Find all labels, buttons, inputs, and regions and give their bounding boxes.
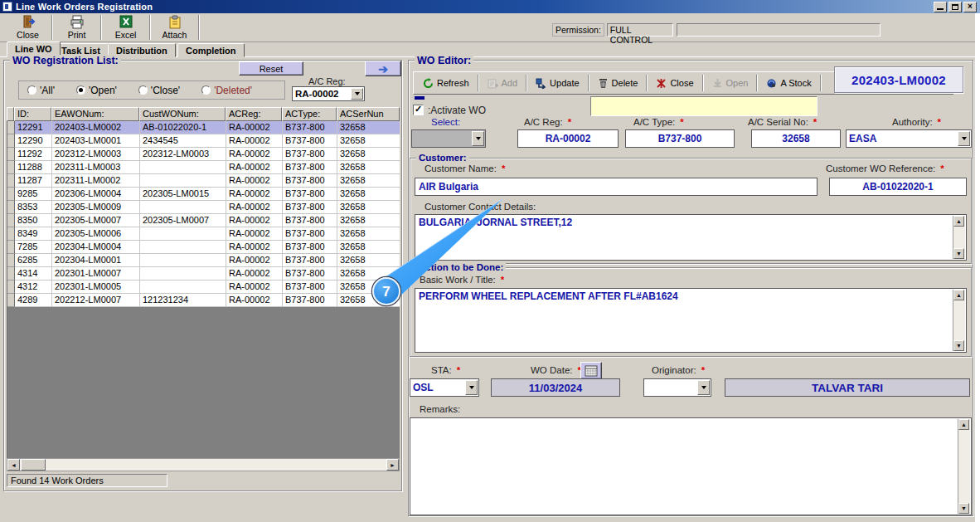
cell: RA-00002 bbox=[226, 148, 283, 161]
tab-completion[interactable]: Completion bbox=[177, 43, 245, 57]
row-selector[interactable] bbox=[7, 148, 15, 161]
calendar-button[interactable] bbox=[580, 362, 602, 379]
customer-contact-textarea[interactable]: BULGARIA, JORNAL STREET,12 ▲ ▼ bbox=[415, 214, 967, 261]
activate-wo-label: :Activate WO bbox=[428, 105, 486, 116]
filter-radio-all[interactable]: 'All' bbox=[27, 85, 55, 96]
sta-label: STA:* bbox=[431, 365, 460, 375]
highlight-field[interactable] bbox=[590, 96, 817, 116]
originator-dropdown-button[interactable] bbox=[697, 380, 710, 395]
next-arrow-button[interactable]: ➔ bbox=[365, 61, 401, 76]
column-header-id[interactable]: ID: bbox=[14, 107, 51, 121]
select-combo[interactable] bbox=[411, 129, 486, 148]
remarks-scrollbar[interactable]: ▲ ▼ bbox=[958, 419, 970, 514]
column-header-acsernum[interactable]: ACSerNun bbox=[337, 107, 400, 121]
open-wo-button[interactable]: Open bbox=[706, 76, 754, 90]
scroll-down-button[interactable]: ▼ bbox=[953, 248, 964, 259]
excel-button[interactable]: Excel bbox=[106, 15, 145, 41]
sta-combo[interactable]: OSL bbox=[410, 378, 479, 397]
column-header-eawonum[interactable]: EAWONum: bbox=[51, 107, 139, 121]
delete-button[interactable]: Delete bbox=[592, 76, 644, 90]
scroll-down-button[interactable]: ▼ bbox=[953, 340, 964, 351]
scroll-left-button[interactable]: ◄ bbox=[7, 459, 20, 471]
scroll-up-button[interactable]: ▲ bbox=[953, 216, 964, 227]
row-selector[interactable] bbox=[7, 267, 15, 281]
close-wo-button[interactable]: Close bbox=[650, 76, 699, 90]
scroll-up-button[interactable]: ▲ bbox=[958, 419, 969, 430]
authority-combo[interactable]: EASA bbox=[846, 129, 972, 148]
row-selector[interactable] bbox=[7, 201, 15, 214]
close-window-button[interactable]: × bbox=[963, 2, 977, 12]
row-selector[interactable] bbox=[7, 281, 15, 294]
filter-radio-deleted[interactable]: 'Deleted' bbox=[201, 85, 252, 96]
row-selector[interactable] bbox=[7, 254, 15, 267]
table-row[interactable]: 8353202305-LM0009RA-00002B737-80032658 bbox=[7, 201, 400, 214]
column-header-actype[interactable]: ACType: bbox=[282, 107, 337, 121]
add-button[interactable]: Add bbox=[482, 76, 524, 90]
table-row[interactable]: 12290202403-LM00012434545RA-00002B737-80… bbox=[7, 134, 400, 148]
row-selector[interactable] bbox=[7, 188, 15, 201]
ac-reg-dropdown-button[interactable] bbox=[351, 88, 363, 100]
row-selector[interactable] bbox=[7, 227, 15, 241]
scroll-right-button[interactable]: ► bbox=[386, 459, 399, 471]
a-stock-button[interactable]: A Stock bbox=[760, 76, 817, 90]
permission-extra-field bbox=[677, 23, 881, 37]
refresh-button[interactable]: Refresh bbox=[417, 76, 475, 90]
table-row[interactable]: 9285202306-LM0004202305-LM0015RA-00002B7… bbox=[7, 188, 400, 201]
row-selector[interactable] bbox=[7, 294, 15, 307]
ac-serial-field[interactable]: 32658 bbox=[751, 129, 841, 148]
table-row[interactable]: 4312202301-LM0005RA-00002B737-80032658 bbox=[7, 281, 400, 294]
sta-dropdown-button[interactable] bbox=[465, 380, 478, 395]
exit-door-icon bbox=[21, 15, 36, 29]
reset-button[interactable]: Reset bbox=[239, 61, 303, 76]
print-button[interactable]: Print bbox=[57, 15, 96, 41]
table-row[interactable]: 11292202312-LM0003202312-LM0003RA-00002B… bbox=[7, 148, 400, 161]
table-row[interactable]: 4289202212-LM0007121231234RA-00002B737-8… bbox=[7, 294, 400, 307]
ac-reg-filter-combo[interactable]: RA-00002 bbox=[292, 86, 365, 101]
table-row[interactable]: 8350202305-LM0007202305-LM0007RA-00002B7… bbox=[7, 214, 400, 227]
scroll-down-button[interactable]: ▼ bbox=[958, 503, 969, 514]
ac-type-field[interactable]: B737-800 bbox=[625, 129, 735, 148]
basic-work-textarea[interactable]: PERFORM WHEEL REPLACEMENT AFTER FL#AB162… bbox=[415, 288, 967, 353]
filter-radio-close[interactable]: 'Close' bbox=[138, 85, 180, 96]
row-selector[interactable] bbox=[7, 241, 15, 254]
table-row[interactable]: 12291202403-LM0002AB-01022020-1RA-00002B… bbox=[7, 121, 400, 134]
remarks-textarea[interactable]: ▲ ▼ bbox=[410, 417, 972, 515]
row-selector[interactable] bbox=[7, 214, 15, 227]
close-button[interactable]: Close bbox=[8, 15, 47, 41]
customer-name-field[interactable]: AIR Bulgaria bbox=[415, 178, 817, 196]
table-row[interactable]: 4314202301-LM0007RA-00002B737-80032658 bbox=[7, 267, 400, 281]
scroll-up-button[interactable]: ▲ bbox=[953, 290, 964, 300]
cell: 32658 bbox=[337, 121, 400, 134]
select-dropdown-button[interactable] bbox=[472, 131, 484, 146]
status-text: Found 14 Work Orders bbox=[7, 474, 167, 487]
left-arrow-icon: ◄ bbox=[11, 462, 17, 468]
table-horizontal-scrollbar[interactable]: ◄ ► bbox=[7, 458, 400, 471]
attach-button[interactable]: Attach bbox=[155, 15, 194, 41]
column-header-acreg[interactable]: ACReg: bbox=[226, 107, 282, 121]
close-button-label: Close bbox=[17, 30, 39, 40]
originator-combo[interactable] bbox=[643, 378, 711, 397]
row-selector[interactable] bbox=[7, 161, 15, 174]
row-selector[interactable] bbox=[7, 134, 15, 148]
ac-reg-field[interactable]: RA-00002 bbox=[517, 129, 619, 148]
scroll-thumb[interactable] bbox=[21, 459, 46, 471]
column-header-custwonum[interactable]: CustWONum: bbox=[139, 107, 226, 121]
basic-work-scrollbar[interactable]: ▲ ▼ bbox=[953, 290, 965, 351]
table-row[interactable]: 8349202305-LM0006RA-00002B737-80032658 bbox=[7, 227, 400, 241]
restore-button[interactable] bbox=[948, 2, 962, 12]
authority-dropdown-button[interactable] bbox=[958, 131, 970, 146]
row-selector[interactable] bbox=[7, 174, 15, 188]
contact-scrollbar[interactable]: ▲ ▼ bbox=[953, 216, 965, 259]
cell: 8349 bbox=[15, 227, 52, 241]
minimize-button[interactable] bbox=[934, 2, 947, 12]
wo-date-field[interactable]: 11/03/2024 bbox=[491, 378, 620, 397]
customer-wo-ref-field[interactable]: AB-01022020-1 bbox=[829, 178, 967, 196]
row-selector[interactable] bbox=[7, 121, 15, 134]
table-row[interactable]: 11287202311-LM0002RA-00002B737-80032658 bbox=[7, 174, 400, 188]
table-row[interactable]: 6285202304-LM0001RA-00002B737-80032658 bbox=[7, 254, 400, 267]
update-button[interactable]: Update bbox=[530, 76, 585, 90]
table-row[interactable]: 11288202311-LM0003RA-00002B737-80032658 bbox=[7, 161, 400, 174]
filter-radio-open[interactable]: 'Open' bbox=[76, 85, 117, 96]
table-row[interactable]: 7285202304-LM0004RA-00002B737-80032658 bbox=[7, 241, 400, 254]
activate-wo-checkbox[interactable] bbox=[413, 105, 424, 115]
